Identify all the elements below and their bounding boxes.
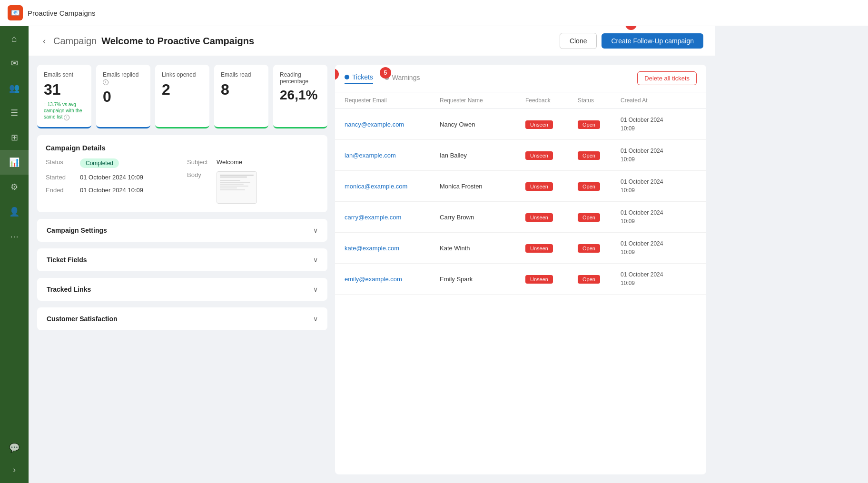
- table-row[interactable]: emily@example.com Emily Spark Unseen Ope…: [335, 264, 706, 295]
- th-status: Status: [578, 97, 621, 104]
- td-name: Emily Spark: [440, 276, 525, 283]
- started-value: 01 October 2024 10:09: [80, 174, 143, 181]
- td-feedback-badge: Unseen: [525, 120, 578, 129]
- table-row[interactable]: kate@example.com Kate Winth Unseen Open …: [335, 233, 706, 264]
- tickets-tab-label: Tickets: [352, 73, 373, 81]
- td-feedback-badge: Unseen: [525, 275, 578, 284]
- table-row[interactable]: carry@example.com Carry Brown Unseen Ope…: [335, 202, 706, 233]
- td-status-badge: Open: [578, 244, 621, 253]
- table-row[interactable]: nancy@example.com Nancy Owen Unseen Open…: [335, 109, 706, 140]
- chevron-down-icon-customer-satisfaction: ∨: [313, 315, 318, 323]
- td-status-badge: Open: [578, 120, 621, 129]
- status-label: Status: [46, 158, 74, 166]
- chevron-down-icon-ticket-fields: ∨: [313, 256, 318, 264]
- th-created-at: Created At: [621, 97, 697, 104]
- ended-label: Ended: [46, 187, 74, 194]
- td-email[interactable]: kate@example.com: [345, 245, 440, 252]
- ended-value: 01 October 2024 10:09: [80, 187, 143, 194]
- td-email[interactable]: monica@example.com: [345, 183, 440, 190]
- campaign-details-title: Campaign Details: [46, 144, 319, 152]
- sidebar-item-add-widget[interactable]: ⊞: [0, 125, 29, 150]
- td-created-at: 01 October 202410:09: [621, 116, 697, 133]
- table-row[interactable]: monica@example.com Monica Frosten Unseen…: [335, 171, 706, 202]
- td-email[interactable]: emily@example.com: [345, 276, 440, 283]
- body-label: Body: [187, 171, 211, 178]
- page-header: ‹ Campaign Welcome to Proactive Campaign…: [29, 26, 715, 56]
- td-feedback-badge: Unseen: [525, 213, 578, 222]
- create-followup-button[interactable]: Create Follow-Up campaign: [602, 33, 703, 49]
- annotation-5: 5: [380, 67, 391, 79]
- clone-button[interactable]: Clone: [560, 33, 597, 49]
- annotation-6: 6: [625, 26, 637, 30]
- accordion-customer-satisfaction[interactable]: 3 Customer Satisfaction ∨: [37, 307, 327, 330]
- delete-all-tickets-button[interactable]: Delete all tickets: [637, 71, 697, 85]
- page-title: Welcome to Proactive Campaigns: [101, 36, 254, 47]
- sidebar-item-contacts[interactable]: 👥: [0, 76, 29, 100]
- stat-label-emails-sent: Emails sent: [44, 71, 85, 78]
- td-status-badge: Open: [578, 275, 621, 284]
- subject-value: Welcome: [217, 158, 242, 166]
- stat-card-emails-sent: 1 Emails sent 31 ↑ 13.7% vs avg campaign…: [37, 65, 91, 128]
- subject-label: Subject: [187, 158, 211, 166]
- td-created-at: 01 October 202410:09: [621, 239, 697, 256]
- sidebar-collapse-button[interactable]: ›: [0, 460, 29, 479]
- th-requester-name: Requester Name: [440, 97, 525, 104]
- sidebar-item-chat[interactable]: 💬: [0, 435, 29, 460]
- topbar-logo: 📧: [8, 5, 23, 20]
- sidebar-item-tasks[interactable]: ☰: [0, 100, 29, 125]
- back-button[interactable]: ‹: [40, 36, 49, 46]
- stat-value-emails-replied: 0: [103, 88, 144, 106]
- tab-tickets[interactable]: Tickets: [345, 73, 373, 84]
- app-title: Proactive Campaigns: [28, 9, 96, 17]
- td-email[interactable]: nancy@example.com: [345, 121, 440, 128]
- accordion-campaign-settings[interactable]: Campaign Settings ∨: [37, 219, 327, 242]
- td-name: Ian Bailey: [440, 152, 525, 159]
- stat-card-reading-pct: Reading percentage 26,1%: [273, 65, 327, 128]
- stat-value-links-opened: 2: [162, 81, 203, 99]
- chevron-down-icon-campaign-settings: ∨: [313, 227, 318, 234]
- annotation-4: 4: [335, 69, 339, 80]
- accordion-ticket-fields[interactable]: Ticket Fields ∨: [37, 248, 327, 271]
- sidebar-item-settings[interactable]: ⚙: [0, 175, 29, 199]
- body-preview[interactable]: [217, 171, 257, 204]
- sidebar: ⌂ ✉ 👥 ☰ ⊞ 📊 ⚙ 👤 ⋯ 💬 ›: [0, 26, 29, 483]
- accordion-label-tracked-links: Tracked Links: [47, 286, 91, 293]
- chevron-down-icon-tracked-links: ∨: [313, 286, 318, 293]
- tab-warnings[interactable]: 5 Warnings: [385, 74, 420, 83]
- started-label: Started: [46, 174, 74, 181]
- td-feedback-badge: Unseen: [525, 244, 578, 253]
- td-status-badge: Open: [578, 182, 621, 191]
- accordion-label-ticket-fields: Ticket Fields: [47, 256, 87, 264]
- status-badge: Completed: [80, 158, 119, 168]
- stat-card-emails-read: Emails read 8: [214, 65, 268, 128]
- stat-card-links-opened: Links opened 2: [155, 65, 209, 128]
- campaign-details-card: Campaign Details Status Completed Starte…: [37, 135, 327, 212]
- td-created-at: 01 October 202410:09: [621, 177, 697, 195]
- th-feedback: Feedback: [525, 97, 578, 104]
- td-email[interactable]: carry@example.com: [345, 214, 440, 221]
- sidebar-item-chart[interactable]: 📊: [0, 150, 29, 175]
- stat-value-emails-sent: 31: [44, 81, 85, 99]
- td-name: Monica Frosten: [440, 183, 525, 190]
- td-email[interactable]: ian@example.com: [345, 152, 440, 159]
- sidebar-item-home[interactable]: ⌂: [0, 26, 29, 51]
- accordion-tracked-links[interactable]: 2 Tracked Links ∨: [37, 278, 327, 301]
- sidebar-item-email[interactable]: ✉: [0, 51, 29, 76]
- stat-value-reading-pct: 26,1%: [280, 88, 321, 103]
- td-name: Kate Winth: [440, 245, 525, 252]
- td-status-badge: Open: [578, 213, 621, 222]
- sidebar-item-apps[interactable]: ⋯: [0, 224, 29, 249]
- th-requester-email: Requester Email: [345, 97, 440, 104]
- tickets-tab-dot: [345, 75, 349, 79]
- td-created-at: 01 October 202410:09: [621, 270, 697, 287]
- table-row[interactable]: ian@example.com Ian Bailey Unseen Open 0…: [335, 140, 706, 171]
- table-header: Requester Email Requester Name Feedback …: [335, 92, 706, 109]
- td-status-badge: Open: [578, 151, 621, 160]
- td-feedback-badge: Unseen: [525, 182, 578, 191]
- warnings-tab-label: Warnings: [392, 74, 420, 81]
- accordion-label-customer-satisfaction: Customer Satisfaction: [47, 315, 118, 323]
- stat-label-emails-replied: Emails replied i: [103, 71, 144, 85]
- stat-label-reading-pct: Reading percentage: [280, 71, 321, 85]
- td-created-at: 01 October 202410:09: [621, 208, 697, 226]
- sidebar-item-users[interactable]: 👤: [0, 199, 29, 224]
